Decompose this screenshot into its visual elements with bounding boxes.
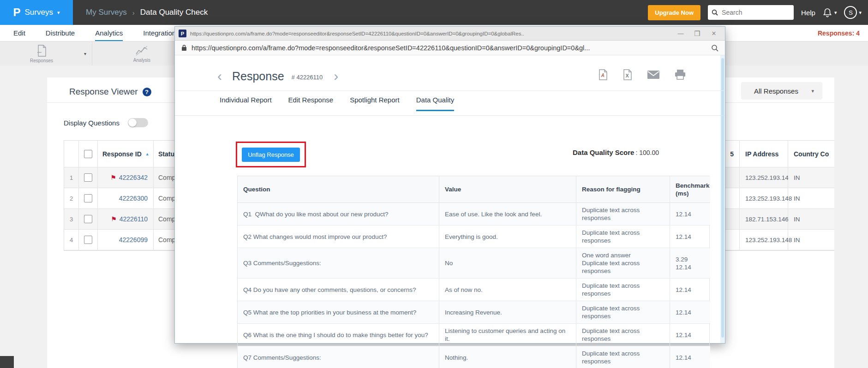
unflag-response-button[interactable]: Unflag Response	[242, 148, 300, 162]
response-editor-window: P https://questionpro.com/a/frame.do?mod…	[174, 26, 725, 344]
value-cell: Everything is good.	[439, 226, 576, 248]
app-root: P Surveys ▾ My Surveys › Data Quality Ch…	[0, 0, 868, 368]
export-pdf-icon[interactable]: A	[599, 69, 608, 80]
global-search[interactable]	[708, 5, 794, 20]
response-id-cell[interactable]: 42226300	[98, 188, 154, 209]
previous-response-button[interactable]: ‹	[217, 69, 222, 83]
response-id-link[interactable]: 42226342	[119, 174, 148, 181]
country-cell: IN	[788, 188, 834, 209]
address-url: https://questionpro.com/a/frame.do?mode=…	[192, 44, 711, 52]
ip-cell: 123.252.193.148	[740, 167, 788, 188]
benchmark-cell: 12.14	[670, 226, 710, 248]
display-questions-toggle[interactable]	[128, 118, 148, 127]
print-icon[interactable]	[675, 70, 686, 80]
response-id-cell[interactable]: ⚑42226110	[98, 209, 154, 230]
chevron-down-icon: ▾	[859, 10, 862, 16]
account-menu[interactable]: S ▾	[844, 6, 862, 19]
page-title: Response Viewer	[69, 87, 138, 97]
upgrade-now-button[interactable]: Upgrade Now	[648, 5, 700, 20]
ip-address-header[interactable]: IP Address	[740, 141, 788, 167]
value-cell: Nothing.	[439, 346, 576, 368]
data-quality-score: Data Quality Score: 100.00	[573, 148, 659, 156]
select-all-checkbox[interactable]	[84, 150, 92, 158]
benchmark-cell: 12.14	[670, 279, 710, 301]
reason-cell: Duplicate text across responses	[576, 324, 670, 346]
responses-document-icon	[36, 44, 48, 57]
help-icon[interactable]: ?	[143, 88, 151, 96]
response-id-header-label: Response ID	[102, 150, 142, 158]
row-number-header	[64, 141, 79, 167]
scrollbar[interactable]	[720, 55, 725, 343]
row-checkbox[interactable]	[84, 236, 92, 244]
benchmark-cell: 12.14	[670, 301, 710, 324]
data-quality-table: QuestionValueReason for flaggingBenchmar…	[237, 176, 710, 368]
window-titlebar[interactable]: P https://questionpro.com/a/frame.do?mod…	[175, 27, 725, 41]
lock-icon	[181, 44, 187, 51]
value-cell: As of now no.	[439, 279, 576, 301]
ip-cell: 123.252.193.148	[740, 188, 788, 209]
country-code-header[interactable]: Country Co	[788, 141, 834, 167]
response-id: # 42226110	[292, 74, 323, 81]
next-response-button[interactable]: ›	[334, 69, 338, 83]
bottom-left-widget[interactable]	[0, 356, 14, 368]
survey-nav-items: EditDistributeAnalyticsIntegration	[13, 25, 176, 41]
benchmark-cell: 12.14	[670, 346, 710, 368]
product-switcher[interactable]: P Surveys ▾	[0, 0, 73, 25]
chevron-down-icon: ▾	[84, 51, 86, 56]
tab-individual-report[interactable]: Individual Report	[220, 96, 272, 111]
response-id-link[interactable]: 42226099	[119, 236, 148, 243]
email-icon[interactable]	[647, 71, 659, 79]
reason-line: Duplicate text across responses	[582, 282, 664, 297]
row-checkbox[interactable]	[84, 194, 92, 202]
nav-item-distribute[interactable]: Distribute	[46, 25, 75, 41]
tab-edit-response[interactable]: Edit Response	[288, 96, 334, 111]
nav-item-integration[interactable]: Integration	[143, 25, 176, 41]
row-checkbox[interactable]	[84, 173, 92, 182]
maximize-button[interactable]: ❒	[689, 27, 706, 40]
sort-ascending-icon: ▲	[145, 152, 150, 156]
minimize-button[interactable]: —	[672, 27, 689, 40]
response-filter-dropdown[interactable]: All Responses ▾	[741, 82, 822, 100]
help-link[interactable]: Help	[801, 9, 815, 17]
export-excel-icon[interactable]: X	[623, 69, 632, 80]
chevron-down-icon: ▾	[811, 88, 814, 94]
tab-data-quality[interactable]: Data Quality	[416, 96, 455, 111]
product-label: Surveys	[25, 8, 53, 17]
scrollbar-thumb[interactable]	[721, 58, 724, 338]
row-checkbox-cell	[79, 188, 98, 209]
benchmark-line: 12.14	[676, 286, 705, 294]
breadcrumb-my-surveys[interactable]: My Surveys	[86, 8, 127, 17]
close-button[interactable]: ✕	[706, 27, 722, 40]
dq-header-1: Value	[439, 176, 576, 203]
zoom-page-icon[interactable]	[711, 44, 718, 52]
avatar: S	[844, 6, 857, 19]
response-id-header[interactable]: Response ID▲	[98, 141, 154, 167]
address-bar[interactable]: https://questionpro.com/a/frame.do?mode=…	[175, 41, 725, 55]
flag-icon: ⚑	[111, 215, 117, 223]
tab-spotlight-report[interactable]: Spotlight Report	[350, 96, 400, 111]
score-value: : 100.00	[635, 149, 659, 156]
nav-item-analytics[interactable]: Analytics	[95, 25, 123, 41]
country-cell: IN	[788, 230, 834, 250]
response-id-link[interactable]: 42226300	[119, 195, 148, 202]
response-id-cell[interactable]: ⚑42226342	[98, 167, 154, 188]
notifications-menu[interactable]: ▾	[823, 8, 837, 18]
value-cell: No	[439, 248, 576, 279]
score-label: Data Quality Score	[573, 148, 634, 156]
row-checkbox-cell	[79, 209, 98, 230]
benchmark-line: 3.29	[676, 255, 705, 263]
nav-item-edit[interactable]: Edit	[13, 25, 25, 41]
breadcrumb: My Surveys › Data Quality Check	[86, 8, 208, 17]
question-cell: Q5 What are the top priorities in your b…	[238, 301, 439, 324]
toolbar-responses-menu[interactable]: Responses ▾	[5, 42, 92, 65]
search-input[interactable]	[721, 8, 806, 17]
response-id-cell[interactable]: 42226099	[98, 230, 154, 250]
dq-table-row: Q3 Comments/Suggestions:NoOne word answe…	[238, 248, 709, 279]
reason-cell: Duplicate text across responses	[576, 279, 670, 301]
reason-line: Duplicate text across responses	[582, 327, 664, 343]
question-cell: Q4 Do you have any other comments, quest…	[238, 279, 439, 301]
display-questions-label: Display Questions	[64, 119, 120, 127]
row-checkbox[interactable]	[84, 215, 92, 223]
response-id-link[interactable]: 42226110	[120, 215, 148, 223]
ip-cell: 182.71.153.146	[740, 209, 788, 230]
